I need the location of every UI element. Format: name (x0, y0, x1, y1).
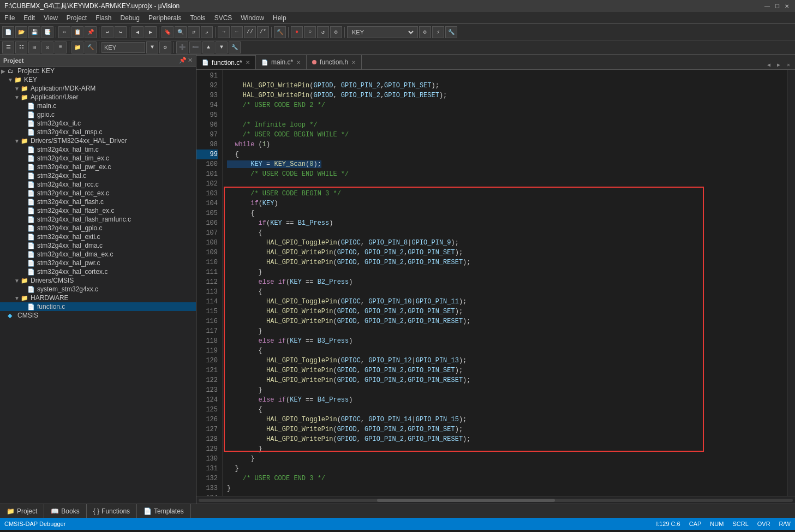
t2-expand-btn[interactable]: ▼ (146, 41, 158, 53)
close-button[interactable]: ✕ (783, 2, 791, 10)
menu-tools[interactable]: Tools (186, 12, 210, 23)
t2-btn1[interactable]: ☰ (2, 41, 14, 53)
find-btn[interactable]: 🔍 (175, 26, 187, 38)
menu-help[interactable]: Help (268, 12, 291, 23)
tree-pwr-ex-c[interactable]: 📄 stm32g4xx_hal_pwr_ex.c (0, 163, 196, 171)
uncomment-btn[interactable]: /* (257, 26, 269, 38)
tree-gpio-hal-c[interactable]: 📄 stm32g4xx_hal_gpio.c (0, 224, 196, 232)
tab-scroll-right-btn[interactable]: ▶ (774, 61, 783, 69)
search-input[interactable] (101, 42, 145, 53)
t2-project-btn[interactable]: 📁 (71, 41, 83, 53)
tree-tim-ex-c[interactable]: 📄 stm32g4xx_hal_tim_ex.c (0, 154, 196, 163)
debug-start-btn[interactable]: ● (291, 26, 303, 38)
flash2-btn[interactable]: ⚡ (432, 26, 444, 38)
tree-flash-ram-c[interactable]: 📄 stm32g4xx_hal_flash_ramfunc.c (0, 215, 196, 224)
sidebar-close-btn[interactable]: ✕ (188, 57, 193, 64)
bottom-tab-books[interactable]: 📖 Books (44, 504, 86, 518)
comment-btn[interactable]: // (244, 26, 256, 38)
tab-function-h[interactable]: function.h ✕ (307, 55, 362, 69)
t2-btn4[interactable]: ⊡ (41, 41, 53, 53)
tree-rcc-ex-c[interactable]: 📄 stm32g4xx_hal_rcc_ex.c (0, 189, 196, 198)
tab-main-c-close[interactable]: ✕ (296, 59, 301, 65)
tree-cmsis-folder[interactable]: ▼ 📁 Drivers/CMSIS (0, 276, 196, 285)
reset-btn[interactable]: ↺ (317, 26, 329, 38)
new-file-btn[interactable]: 📄 (2, 26, 14, 38)
tab-function-h-close[interactable]: ✕ (351, 59, 356, 65)
target-dropdown[interactable]: KEY (347, 26, 418, 38)
maximize-button[interactable]: ☐ (773, 2, 781, 10)
t2-btn5[interactable]: ≡ (55, 41, 67, 53)
menu-flash[interactable]: Flash (91, 12, 116, 23)
tree-key-folder[interactable]: ▼ 📁 KEY (0, 75, 196, 84)
sidebar-pin-btn[interactable]: 📌 (179, 57, 187, 64)
t2-wrench2-btn[interactable]: 🔧 (229, 41, 241, 53)
menu-edit[interactable]: Edit (19, 12, 39, 23)
hscrollbar[interactable] (196, 496, 795, 504)
tree-dma-c[interactable]: 📄 stm32g4xx_hal_dma.c (0, 241, 196, 250)
tree-gpio-c[interactable]: 📄 gpio.c (0, 110, 196, 119)
tree-mdk-arm-folder[interactable]: ▼ 📁 Application/MDK-ARM (0, 84, 196, 93)
menu-debug[interactable]: Debug (116, 12, 144, 23)
minimize-button[interactable]: — (763, 2, 771, 10)
open-btn[interactable]: 📂 (15, 26, 27, 38)
tree-cortex-c[interactable]: 📄 stm32g4xx_hal_cortex.c (0, 267, 196, 276)
tree-main-c[interactable]: 📄 main.c (0, 101, 196, 110)
redo-btn[interactable]: ↪ (115, 26, 127, 38)
nav-back-btn[interactable]: ◀ (131, 26, 144, 38)
menu-peripherals[interactable]: Peripherals (144, 12, 186, 23)
tree-hardware-folder[interactable]: ▼ 📁 HARDWARE (0, 294, 196, 302)
tree-msp-c[interactable]: 📄 stm32g4xx_hal_msp.c (0, 128, 196, 136)
undo-btn[interactable]: ↩ (101, 26, 113, 38)
menu-svcs[interactable]: SVCS (210, 12, 237, 23)
tree-flash-c[interactable]: 📄 stm32g4xx_hal_flash.c (0, 198, 196, 206)
tree-pwr-c[interactable]: 📄 stm32g4xx_hal_pwr.c (0, 259, 196, 267)
tree-tim-c[interactable]: 📄 stm32g4xx_hal_tim.c (0, 145, 196, 154)
tree-system-c[interactable]: 📄 system_stm32g4xx.c (0, 285, 196, 294)
titlebar-controls[interactable]: — ☐ ✕ (763, 2, 791, 10)
wrench-btn[interactable]: 🔧 (445, 26, 457, 38)
t2-up-btn[interactable]: ▲ (202, 41, 214, 53)
copy-btn[interactable]: 📋 (71, 26, 83, 38)
target-select[interactable]: KEY (350, 28, 415, 36)
t2-btn2[interactable]: ☷ (15, 41, 27, 53)
save-btn[interactable]: 💾 (28, 26, 40, 38)
t2-add-btn[interactable]: ➕ (176, 41, 188, 53)
code-content[interactable]: HAL_GPIO_WritePin(GPIOD, GPIO_PIN_2,GPIO… (223, 70, 787, 496)
indent-btn[interactable]: → (218, 26, 230, 38)
goto-btn[interactable]: ↗ (201, 26, 213, 38)
tree-dma-ex-c[interactable]: 📄 stm32g4xx_hal_dma_ex.c (0, 250, 196, 259)
tree-project-root[interactable]: ▶ 🗂 Project: KEY (0, 67, 196, 75)
tab-close-all-btn[interactable]: ✕ (784, 61, 793, 69)
paste-btn[interactable]: 📌 (85, 26, 97, 38)
t2-btn3[interactable]: ⊞ (28, 41, 40, 53)
bookmark-btn[interactable]: 🔖 (162, 26, 174, 38)
menu-project[interactable]: Project (62, 12, 91, 23)
tree-exti-c[interactable]: 📄 stm32g4xx_hal_exti.c (0, 232, 196, 241)
t2-remove-btn[interactable]: ➖ (189, 41, 201, 53)
save-all-btn[interactable]: 📑 (41, 26, 53, 38)
replace-btn[interactable]: ⇄ (188, 26, 200, 38)
debug-stop-btn[interactable]: ○ (304, 26, 316, 38)
t2-build2-btn[interactable]: 🔨 (85, 41, 97, 53)
unindent-btn[interactable]: ← (231, 26, 243, 38)
cut-btn[interactable]: ✂ (58, 26, 70, 38)
hscroll-thumb[interactable] (377, 499, 555, 502)
tab-main-c[interactable]: 📄 main.c* ✕ (256, 55, 307, 69)
tree-function-c[interactable]: 📄 function.c (0, 302, 196, 311)
tree-app-user-folder[interactable]: ▼ 📁 Application/User (0, 93, 196, 101)
tab-scroll-left-btn[interactable]: ◀ (764, 61, 773, 69)
right-scrollbar[interactable] (787, 70, 795, 496)
tree-it-c[interactable]: 📄 stm32g4xx_it.c (0, 119, 196, 128)
t2-down-btn[interactable]: ▼ (216, 41, 228, 53)
tree-rcc-c[interactable]: 📄 stm32g4xx_hal_rcc.c (0, 180, 196, 189)
bottom-tab-templates[interactable]: 📄 Templates (137, 504, 191, 518)
tree-flash-ex-c[interactable]: 📄 stm32g4xx_hal_flash_ex.c (0, 206, 196, 215)
build-btn[interactable]: 🔨 (274, 26, 286, 38)
nav-fwd-btn[interactable]: ▶ (145, 26, 157, 38)
tree-cmsis-diamond[interactable]: ◆ CMSIS (0, 311, 196, 320)
hscroll-track[interactable] (199, 499, 793, 502)
bottom-tab-project[interactable]: 📁 Project (0, 504, 44, 518)
menu-file[interactable]: File (0, 12, 19, 23)
settings-btn[interactable]: ⚙ (330, 26, 342, 38)
bottom-tab-functions[interactable]: { } Functions (87, 504, 137, 518)
